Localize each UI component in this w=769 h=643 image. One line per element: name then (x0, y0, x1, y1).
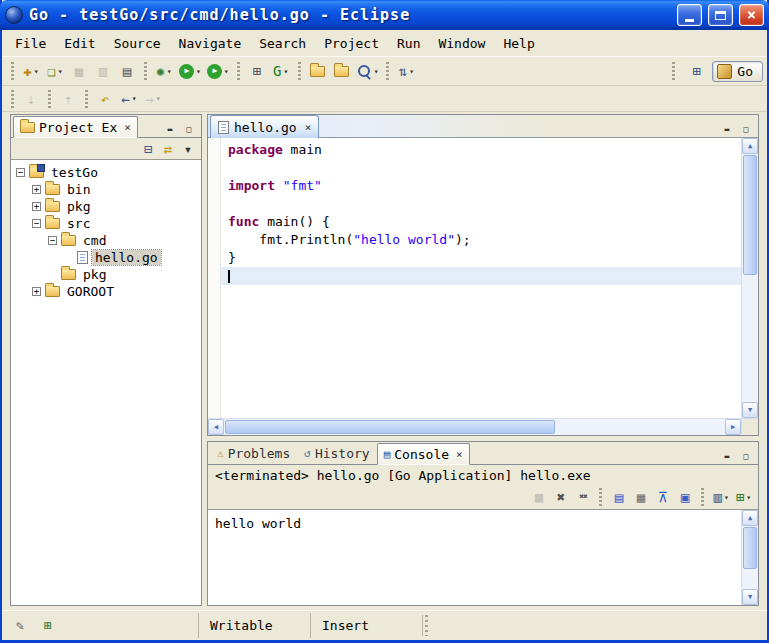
external-tools-button[interactable]: ▶▾ (204, 59, 232, 83)
tree-item-hello-go[interactable]: hello.go (11, 249, 201, 266)
scrollbar-thumb[interactable] (225, 420, 555, 434)
tree-item-pkg[interactable]: +pkg (11, 198, 201, 215)
collapse-icon[interactable]: − (48, 236, 57, 245)
collapse-all-button[interactable]: ⊟ (139, 140, 157, 158)
editor-horizontal-scrollbar[interactable]: ◀ ▶ (208, 418, 741, 435)
tab-problems[interactable]: ⚠Problems (210, 442, 297, 464)
menu-edit[interactable]: Edit (55, 33, 104, 54)
code-line[interactable]: package main (221, 141, 741, 159)
code-editor[interactable]: package mainimport "fmt"func main() { fm… (221, 138, 741, 418)
scrollbar-thumb[interactable] (743, 155, 757, 275)
menu-source[interactable]: Source (105, 33, 170, 54)
clear-console-button[interactable]: ▤ (608, 487, 629, 508)
console-vertical-scrollbar[interactable]: ▲ ▼ (741, 510, 758, 605)
tree-item-goroot[interactable]: +GOROOT (11, 283, 201, 300)
debug-button[interactable]: ✺▾ (152, 59, 176, 83)
code-line[interactable] (221, 267, 741, 285)
tab-hello-go[interactable]: hello.go × (210, 115, 319, 138)
open-resource-button[interactable] (330, 59, 354, 83)
minimize-view-icon[interactable]: ▬ (719, 122, 735, 137)
menu-file[interactable]: File (6, 33, 55, 54)
scroll-left-icon[interactable]: ◀ (208, 419, 224, 435)
scroll-down-icon[interactable]: ▼ (742, 402, 758, 418)
tree-item-testgo[interactable]: −testGo (11, 164, 201, 181)
code-line[interactable] (221, 195, 741, 213)
menu-run[interactable]: Run (388, 33, 429, 54)
search-button[interactable]: ▾ (354, 59, 382, 83)
close-icon[interactable]: × (124, 122, 131, 133)
new-project-button[interactable]: ❏▾ (43, 59, 67, 83)
minimize-view-icon[interactable]: ▬ (719, 449, 735, 464)
save-all-button[interactable]: ▥ (91, 59, 115, 83)
scroll-down-icon[interactable]: ▼ (742, 589, 758, 605)
previous-annotation-button[interactable]: ⇡ (56, 87, 80, 111)
minimize-window-button[interactable] (677, 4, 702, 26)
tree-item-bin[interactable]: +bin (11, 181, 201, 198)
remove-all-launches-button[interactable]: ✖✖ (572, 487, 593, 508)
code-line[interactable]: fmt.Println("hello world"); (221, 231, 741, 249)
tab-console[interactable]: ▤Console× (377, 443, 470, 465)
tree-item-src[interactable]: −src (11, 215, 201, 232)
tree-item-pkg[interactable]: pkg (11, 266, 201, 283)
pin-console-button[interactable]: ⊼ (652, 487, 673, 508)
go-perspective-button[interactable]: Go (712, 61, 763, 82)
menu-window[interactable]: Window (429, 33, 494, 54)
maximize-view-icon[interactable]: □ (181, 122, 197, 137)
open-console-button[interactable]: ⊞▾ (733, 487, 754, 508)
forward-button[interactable]: →▾ (141, 87, 165, 111)
view-menu-button[interactable]: ▾ (179, 140, 197, 158)
menu-project[interactable]: Project (315, 33, 388, 54)
editor-vertical-scrollbar[interactable]: ▲ ▼ (741, 138, 758, 418)
menu-navigate[interactable]: Navigate (170, 33, 251, 54)
scrollbar-thumb[interactable] (743, 527, 757, 569)
fast-view-icon[interactable]: ✎ (10, 617, 30, 635)
remove-launch-button[interactable]: ✖ (550, 487, 571, 508)
scrollbar-track[interactable] (742, 570, 758, 589)
expand-icon[interactable]: + (32, 287, 41, 296)
code-line[interactable] (221, 159, 741, 177)
scrollbar-track[interactable] (742, 276, 758, 402)
open-perspective-button[interactable]: ⊞ (684, 59, 708, 83)
go-tools-button[interactable]: G▾ (269, 59, 293, 83)
close-icon[interactable]: × (305, 122, 312, 133)
maximize-window-button[interactable] (708, 4, 733, 26)
scroll-up-icon[interactable]: ▲ (742, 138, 758, 154)
close-icon[interactable]: × (456, 449, 463, 460)
open-task-button[interactable] (306, 59, 330, 83)
maximize-view-icon[interactable]: □ (738, 449, 754, 464)
terminate-button[interactable]: ■ (528, 487, 549, 508)
team-sync-button[interactable]: ⇅▾ (394, 59, 418, 83)
menu-help[interactable]: Help (494, 33, 543, 54)
last-edit-location-button[interactable]: ↶ (93, 87, 117, 111)
console-output[interactable]: hello world (208, 510, 741, 605)
maximize-view-icon[interactable]: □ (738, 122, 754, 137)
minimize-view-icon[interactable]: ▬ (162, 122, 178, 137)
print-button[interactable]: ▤ (115, 59, 139, 83)
run-button[interactable]: ▶▾ (176, 59, 204, 83)
close-window-button[interactable]: × (739, 4, 764, 26)
tree-item-cmd[interactable]: −cmd (11, 232, 201, 249)
menu-search[interactable]: Search (250, 33, 315, 54)
expand-icon[interactable]: + (32, 202, 41, 211)
scroll-right-icon[interactable]: ▶ (725, 419, 741, 435)
expand-icon[interactable]: + (32, 185, 41, 194)
scroll-up-icon[interactable]: ▲ (742, 510, 758, 526)
scroll-lock-button[interactable]: ▦ (630, 487, 651, 508)
collapse-icon[interactable]: − (16, 168, 25, 177)
show-on-output-button[interactable]: ▣ (674, 487, 695, 508)
display-selected-console-button[interactable]: ▥▾ (710, 487, 731, 508)
code-line[interactable]: } (221, 249, 741, 267)
titlebar[interactable]: Go - testGo/src/cmd/hello.go - Eclipse × (0, 0, 769, 30)
back-button[interactable]: ←▾ (117, 87, 141, 111)
new-wizard-button[interactable]: ✚▾ (19, 59, 43, 83)
code-line[interactable]: func main() { (221, 213, 741, 231)
link-with-editor-button[interactable]: ⇄ (159, 140, 177, 158)
scrollbar-track[interactable] (556, 419, 725, 435)
go-grid-button[interactable]: ⊞ (245, 59, 269, 83)
show-view-icon[interactable]: ⊞ (38, 617, 58, 635)
save-button[interactable]: ▦ (67, 59, 91, 83)
tab-history[interactable]: ↺History (297, 442, 376, 464)
collapse-icon[interactable]: − (32, 219, 41, 228)
tab-project-explorer[interactable]: Project Ex × (13, 116, 138, 138)
code-line[interactable]: import "fmt" (221, 177, 741, 195)
